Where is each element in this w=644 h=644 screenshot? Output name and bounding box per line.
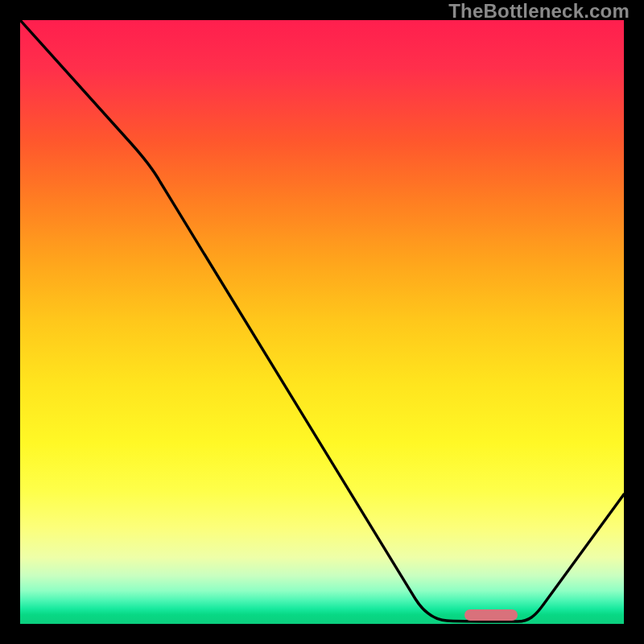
chart-plot-area — [20, 20, 624, 624]
chart-line-path — [20, 20, 624, 621]
chart-line-svg — [20, 20, 624, 624]
chart-minimum-marker — [464, 609, 518, 621]
watermark-text: TheBottleneck.com — [448, 0, 630, 23]
